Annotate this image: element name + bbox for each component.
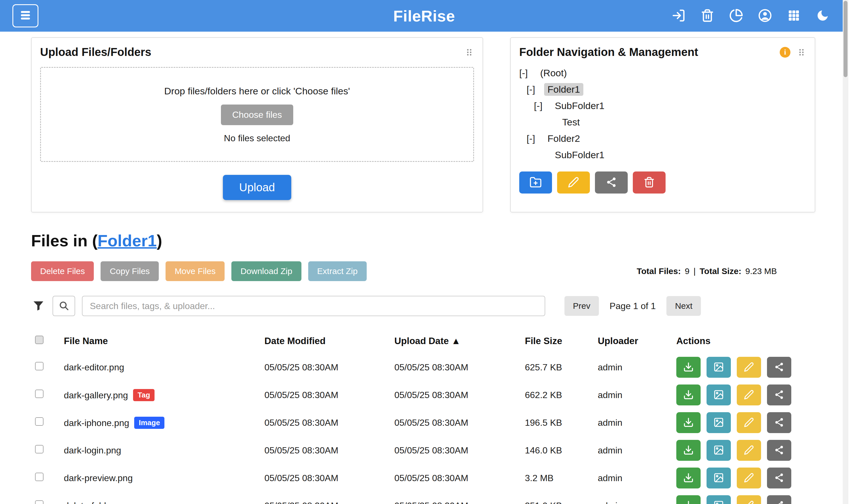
tree-toggle-icon[interactable]: [-] xyxy=(527,84,544,95)
folder-plus-icon xyxy=(529,176,542,189)
filter-button[interactable] xyxy=(31,299,46,313)
folder-label[interactable]: SubFolder1 xyxy=(551,100,608,112)
download-file-button[interactable] xyxy=(676,440,701,461)
info-icon[interactable]: i xyxy=(780,47,791,58)
share-folder-button[interactable] xyxy=(595,172,628,194)
header-file-name[interactable]: File Name xyxy=(56,328,257,354)
drag-handle-icon[interactable] xyxy=(465,48,474,57)
delete-files-button[interactable]: Delete Files xyxy=(31,261,94,281)
tree-toggle-icon[interactable]: [-] xyxy=(519,68,537,78)
scrollbar[interactable] xyxy=(843,0,848,504)
share-icon xyxy=(774,362,784,373)
rename-folder-button[interactable] xyxy=(557,172,590,194)
create-folder-button[interactable] xyxy=(519,172,552,194)
dark-mode-button[interactable] xyxy=(815,8,830,23)
trash-restore-button[interactable] xyxy=(700,8,715,23)
row-checkbox[interactable] xyxy=(35,445,43,453)
cell-uploaded: 05/05/25 08:30AM xyxy=(387,492,517,504)
download-file-button[interactable] xyxy=(676,384,701,406)
folder-tree-item[interactable]: [-]Folder1 xyxy=(519,81,806,97)
cell-uploader: admin xyxy=(590,464,669,492)
download-icon xyxy=(683,472,694,484)
share-file-button[interactable] xyxy=(767,440,791,461)
folder-tree-item[interactable]: SubFolder1 xyxy=(519,147,806,163)
folder-label[interactable]: Folder1 xyxy=(544,83,583,96)
select-all-checkbox[interactable] xyxy=(35,336,43,344)
preview-file-button[interactable] xyxy=(707,495,731,504)
folder-tree-item[interactable]: [-]SubFolder1 xyxy=(519,97,806,114)
preview-file-button[interactable] xyxy=(707,384,731,406)
row-checkbox[interactable] xyxy=(35,390,43,398)
header-upload-date[interactable]: Upload Date ▲ xyxy=(387,328,517,354)
row-checkbox[interactable] xyxy=(35,473,43,481)
extract-zip-button[interactable]: Extract Zip xyxy=(308,261,367,281)
file-name[interactable]: dark-login.png xyxy=(64,445,121,455)
file-name[interactable]: dark-iphone.png xyxy=(64,418,129,428)
download-file-button[interactable] xyxy=(676,495,701,504)
delete-folder-button[interactable] xyxy=(633,172,666,194)
folder-tree-item[interactable]: Test xyxy=(519,114,806,130)
file-name[interactable]: dark-preview.png xyxy=(64,473,133,483)
scrollbar-thumb[interactable] xyxy=(843,1,848,77)
tree-toggle-icon[interactable]: [-] xyxy=(534,100,551,111)
share-file-button[interactable] xyxy=(767,495,791,504)
download-file-button[interactable] xyxy=(676,357,701,378)
drop-instruction: Drop files/folders here or click 'Choose… xyxy=(164,86,350,96)
folder-link[interactable]: Folder1 xyxy=(97,231,157,250)
row-checkbox[interactable] xyxy=(35,362,43,371)
search-button[interactable] xyxy=(53,296,75,316)
folder-label[interactable]: SubFolder1 xyxy=(551,149,608,161)
totals: Total Files: 9 | Total Size: 9.23 MB xyxy=(637,266,777,276)
preview-file-button[interactable] xyxy=(707,357,731,378)
file-name[interactable]: delete-folder.png xyxy=(64,501,131,504)
edit-file-button[interactable] xyxy=(737,468,761,488)
folder-label[interactable]: (Root) xyxy=(537,67,570,79)
header-date-modified[interactable]: Date Modified xyxy=(257,328,387,354)
upload-button[interactable]: Upload xyxy=(223,175,292,200)
copy-files-button[interactable]: Copy Files xyxy=(101,261,159,281)
prev-page-button[interactable]: Prev xyxy=(564,296,599,316)
drag-handle-icon[interactable] xyxy=(797,48,806,57)
choose-files-button[interactable]: Choose files xyxy=(221,105,293,125)
share-file-button[interactable] xyxy=(767,468,791,488)
file-table-body: dark-editor.png 05/05/25 08:30AM 05/05/2… xyxy=(31,354,777,504)
folder-tree-item[interactable]: [-](Root) xyxy=(519,65,806,81)
edit-file-button[interactable] xyxy=(737,440,761,461)
row-checkbox[interactable] xyxy=(35,417,43,426)
storage-usage-button[interactable] xyxy=(729,8,744,23)
header-actions: Actions xyxy=(669,328,777,354)
total-files-value: 9 xyxy=(685,266,690,276)
preview-file-button[interactable] xyxy=(707,468,731,488)
trash-icon xyxy=(643,177,655,189)
next-page-button[interactable]: Next xyxy=(667,296,701,316)
folder-label[interactable]: Folder2 xyxy=(544,132,583,145)
view-toggle-button[interactable] xyxy=(786,8,801,23)
download-file-button[interactable] xyxy=(676,412,701,433)
download-zip-button[interactable]: Download Zip xyxy=(231,261,301,281)
share-file-button[interactable] xyxy=(767,384,791,406)
move-files-button[interactable]: Move Files xyxy=(166,261,224,281)
file-name[interactable]: dark-gallery.png xyxy=(64,390,128,400)
edit-file-button[interactable] xyxy=(737,357,761,378)
user-profile-button[interactable] xyxy=(757,8,773,23)
folder-actions xyxy=(519,172,806,194)
sidebar-toggle-button[interactable] xyxy=(13,4,38,28)
search-input[interactable] xyxy=(82,296,545,316)
download-file-button[interactable] xyxy=(676,468,701,488)
header-file-size[interactable]: File Size xyxy=(517,328,590,354)
share-file-button[interactable] xyxy=(767,357,791,378)
tree-toggle-icon[interactable]: [-] xyxy=(527,133,544,144)
file-name[interactable]: dark-editor.png xyxy=(64,362,124,372)
folder-label[interactable]: Test xyxy=(559,116,583,128)
header-uploader[interactable]: Uploader xyxy=(590,328,669,354)
row-checkbox[interactable] xyxy=(35,500,43,504)
folder-tree-item[interactable]: [-]Folder2 xyxy=(519,130,806,147)
share-file-button[interactable] xyxy=(767,412,791,433)
preview-file-button[interactable] xyxy=(707,440,731,461)
login-logout-button[interactable] xyxy=(671,8,686,23)
edit-file-button[interactable] xyxy=(737,495,761,504)
edit-file-button[interactable] xyxy=(737,412,761,433)
preview-file-button[interactable] xyxy=(707,412,731,433)
dropzone[interactable]: Drop files/folders here or click 'Choose… xyxy=(40,67,474,162)
edit-file-button[interactable] xyxy=(737,384,761,406)
